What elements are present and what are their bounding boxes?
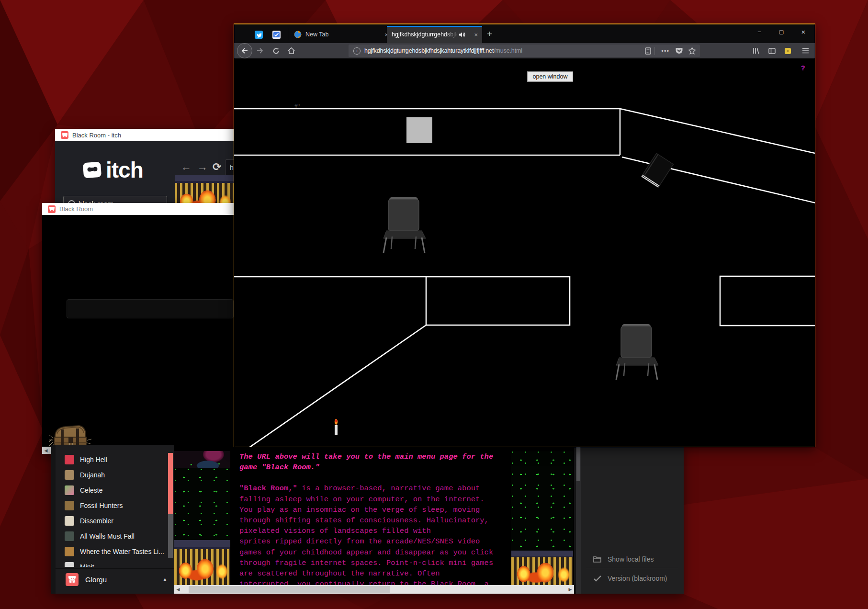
game-icon [65,562,74,567]
sidebar-game-item[interactable]: Dujanah [56,467,174,483]
screenshot-starfield-right [511,451,573,551]
description-line: falling asleep while on your computer, o… [239,494,512,505]
description-line: pixelated visions of landscapes filled w… [239,526,512,536]
sidebar-scrollbar[interactable] [168,445,173,567]
scroll-left-icon[interactable]: ◀ [42,447,50,454]
wall-glyph: #'' [294,103,300,109]
show-local-files-label: Show local files [608,555,654,563]
chevron-up-icon[interactable]: ▲ [162,576,168,582]
game-icon [65,547,74,556]
noise-painting[interactable] [406,117,432,143]
user-row[interactable]: Glorgu ▲ [56,568,174,590]
description-line: The URL above will take you to the main … [239,451,512,462]
itch-app-icon [48,205,56,213]
forward-button[interactable] [254,43,266,58]
screenshot-starfield-left [174,468,230,540]
window-maximize-button[interactable]: ▢ [771,24,792,39]
divider [654,47,655,55]
screenshot-fire-right [511,551,573,585]
url-text[interactable]: hgjfkdhskjdgturrgehdsbjkfhdsjkahturaytkl… [364,47,522,54]
hscrollbar-thumb[interactable] [189,586,390,593]
game-icon [65,516,74,526]
sidebar-scrollbar-track[interactable] [168,514,173,558]
vscrollbar-thumb[interactable] [576,447,580,481]
help-link[interactable]: ? [801,64,805,72]
sidebar-game-item[interactable]: High Hell [56,452,174,467]
sidebar-toggle-icon[interactable] [766,43,778,58]
version-label: Version (blackroom) [608,575,667,582]
itch-logo-text: itch [106,157,143,183]
url-bar[interactable]: i hgjfkdhskjdgturrgehdsbjkfhdsjkahturayt… [349,45,700,57]
sidebar-game-item[interactable]: All Walls Must Fall [56,529,174,544]
window-close-button[interactable]: × [793,24,814,39]
candle[interactable] [335,419,338,435]
game-icon [65,470,74,480]
itch-storefront-icon [66,573,79,586]
forward-arrow-icon[interactable]: → [197,161,208,173]
hamburger-menu-icon[interactable] [799,43,812,58]
reload-icon[interactable]: ⟳ [213,161,221,173]
page-actions-icon[interactable]: ••• [661,47,669,55]
game-icon [65,455,74,464]
sidebar-scrollbar-thumb[interactable] [168,453,173,514]
description-line: game "Black Room." [239,462,512,473]
extension-icon[interactable] [782,43,793,58]
sidebar-game-item[interactable]: Where the Water Tastes Li... [56,544,174,559]
back-button[interactable] [237,43,252,58]
tab-close-icon[interactable]: × [474,31,478,38]
game-label: Where the Water Tastes Li... [80,548,164,555]
tab-title: New Tab [305,31,328,38]
folder-icon [593,556,602,563]
sidebar-game-item[interactable]: Celeste [56,483,174,498]
chair-near[interactable] [616,324,658,380]
pinned-tab-twitter[interactable] [250,26,267,43]
back-arrow-icon[interactable]: ← [181,161,192,173]
library-vscrollbar[interactable] [576,445,581,594]
library-sidebar: High HellDujanahCelesteFossil HuntersDis… [56,445,174,594]
game-description: The URL above will take you to the main … [239,451,512,589]
description-line: You play as an insomniac on the verge of… [239,505,512,515]
open-window-button[interactable]: open window [527,71,573,82]
pocket-icon[interactable] [675,47,683,55]
game-icon [65,531,74,541]
version-button[interactable]: Version (blackroom) [581,569,684,588]
reader-mode-icon[interactable] [645,47,651,55]
new-tab-button[interactable]: + [487,29,492,39]
library-hscrollbar[interactable]: ◀ ▶ [174,585,574,594]
tab-muse-audio[interactable]: hgjfkdhskjdgturrgehdsbjkfhdsjk × [387,26,482,43]
room-scene [234,58,815,447]
firefox-icon [294,31,302,38]
sidebar-game-item[interactable]: Dissembler [56,513,174,529]
page-info-icon[interactable]: i [353,47,361,55]
chair-far[interactable] [383,197,426,253]
navigation-toolbar: i hgjfkdhskjdgturrgehdsbjkfhdsjkahturayt… [234,43,815,59]
black-book[interactable] [642,153,674,188]
itch-app-icon [61,131,68,139]
game-page-content: The URL above will take you to the main … [174,445,574,594]
game-label: Minit [80,563,94,567]
room-walls [234,109,815,447]
home-button[interactable] [285,43,297,58]
bookmark-star-icon[interactable] [688,47,696,55]
tab-bar: New Tab × hgjfkdhskjdgturrgehdsbjkfhdsjk… [234,24,815,43]
itch-logo[interactable]: itch [83,157,143,183]
show-local-files-button[interactable]: Show local files [581,550,684,569]
sidebar-game-item[interactable]: Minit [56,559,174,567]
game-icon [65,485,74,495]
game-list: High HellDujanahCelesteFossil HuntersDis… [56,452,174,567]
scroll-left-icon[interactable]: ◀ [174,585,182,594]
scroll-right-icon[interactable]: ▶ [566,585,574,594]
game-text-input[interactable] [67,299,234,318]
library-icon[interactable] [750,43,762,58]
tab-audio-icon[interactable] [459,32,465,38]
pinned-tab-inbox[interactable] [268,26,285,43]
game-label: Dujanah [80,471,105,479]
inbox-mail-icon [272,31,281,39]
sidebar-game-item[interactable]: Fossil Hunters [56,498,174,513]
description-line: are scattered throughout the narrative. … [239,568,512,579]
game-label: High Hell [80,456,107,463]
tab-new-tab[interactable]: New Tab × [290,26,393,43]
firefox-window: New Tab × hgjfkdhskjdgturrgehdsbjkfhdsjk… [234,23,815,447]
window-minimize-button[interactable]: − [749,24,770,39]
reload-button[interactable] [270,43,282,58]
